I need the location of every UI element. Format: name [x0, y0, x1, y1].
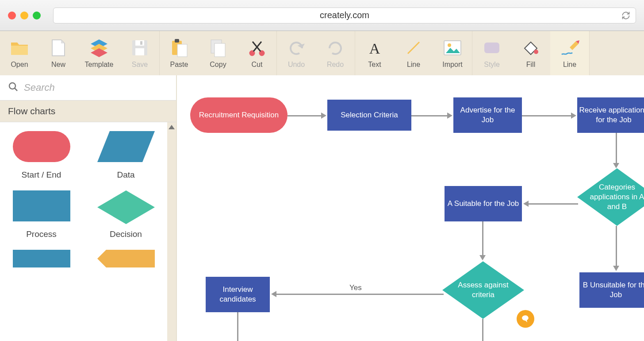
address-bar-url: creately.com — [320, 10, 369, 20]
edge-arrow — [616, 226, 617, 267]
shape-label: Start / End — [22, 170, 61, 180]
import-button[interactable]: Import — [433, 31, 472, 75]
shape-decision[interactable]: Decision — [89, 190, 163, 239]
node-assess[interactable]: Assess against criteria — [442, 261, 524, 319]
folder-icon — [9, 38, 30, 58]
line-tool-button[interactable]: Line — [394, 31, 433, 75]
reload-icon[interactable] — [621, 11, 630, 20]
open-button[interactable]: Open — [0, 31, 39, 75]
svg-marker-19 — [97, 190, 155, 224]
svg-text:A: A — [369, 40, 380, 56]
window-controls — [8, 12, 41, 19]
style-button[interactable]: Style — [472, 31, 511, 75]
arrow-head-icon — [271, 291, 276, 297]
search-input[interactable] — [24, 82, 168, 93]
save-button[interactable]: Save — [120, 31, 159, 75]
process-shape-icon — [13, 190, 70, 221]
arrow-head-icon — [447, 112, 452, 119]
scroll-up-icon — [169, 125, 175, 129]
shape-palette: Start / End Data Process Decision — [0, 122, 167, 341]
tool-label: Line — [563, 61, 576, 69]
shape-label: Data — [117, 170, 134, 180]
text-icon: A — [364, 38, 385, 58]
svg-point-9 — [250, 51, 254, 55]
edge-arrow — [616, 133, 617, 164]
shape-label: Process — [26, 229, 57, 239]
svg-rect-3 — [140, 41, 142, 45]
node-label: A Suitable for the Job — [448, 199, 519, 209]
copy-button[interactable]: Copy — [199, 31, 238, 75]
window-minimize-button[interactable] — [20, 12, 28, 19]
tool-label: Undo — [288, 61, 305, 69]
edge-label-yes: Yes — [349, 283, 362, 292]
svg-marker-18 — [97, 131, 155, 162]
svg-line-12 — [408, 42, 419, 54]
node-advertise[interactable]: Advertise for the Job — [453, 97, 522, 133]
redo-button[interactable]: Redo — [316, 31, 355, 75]
svg-rect-2 — [135, 48, 144, 55]
paste-button[interactable]: Paste — [160, 31, 199, 75]
tool-label: Cut — [252, 61, 263, 69]
node-label: Assess against criteria — [442, 280, 524, 300]
shape-label: Decision — [110, 229, 142, 239]
node-label: Receive applications for the Job — [577, 105, 644, 125]
arrow-head-icon — [321, 112, 326, 119]
new-document-icon — [48, 38, 69, 58]
node-b-unsuitable[interactable]: B Unsuitable for the Job — [579, 272, 644, 308]
edge-arrow — [529, 203, 578, 205]
tool-label: New — [51, 61, 65, 69]
shape-data[interactable]: Data — [89, 131, 163, 180]
edge-arrow — [276, 294, 444, 295]
extra-shape-icon-2 — [97, 250, 155, 267]
svg-rect-6 — [177, 44, 187, 57]
node-label: Advertise for the Job — [453, 105, 522, 125]
line-style-button[interactable]: Line — [550, 31, 589, 75]
diagram-canvas[interactable]: Recruitment Requisition Selection Criter… — [177, 75, 644, 341]
pencil-line-icon — [560, 38, 580, 58]
svg-rect-5 — [175, 39, 179, 43]
scissors-icon — [247, 38, 267, 58]
tool-label: Text — [368, 61, 381, 69]
arrow-head-icon — [479, 255, 486, 260]
node-receive-applications[interactable]: Receive applications for the Job — [577, 97, 644, 133]
tool-label: Redo — [327, 61, 344, 69]
shape-extra-1[interactable] — [4, 250, 78, 267]
undo-icon — [286, 38, 307, 58]
shape-extra-2[interactable] — [89, 250, 163, 267]
text-tool-button[interactable]: A Text — [355, 31, 394, 75]
data-shape-icon — [97, 131, 155, 162]
main-toolbar: Open New Template Save Paste — [0, 31, 644, 75]
palette-scrollbar[interactable] — [167, 122, 176, 341]
edge-arrow — [482, 221, 483, 256]
shape-start-end[interactable]: Start / End — [4, 131, 78, 180]
arrow-head-icon — [613, 163, 619, 168]
tool-label: Style — [484, 61, 500, 69]
new-button[interactable]: New — [39, 31, 78, 75]
undo-button[interactable]: Undo — [277, 31, 316, 75]
shape-category-header[interactable]: Flow charts — [0, 100, 176, 122]
node-label: Recruitment Requisition — [199, 110, 279, 120]
arrow-head-icon — [613, 266, 619, 271]
tool-label: Open — [11, 61, 28, 69]
shapes-sidebar: Flow charts Start / End Data Process — [0, 75, 177, 341]
address-bar[interactable]: creately.com — [53, 8, 636, 23]
paste-icon — [169, 38, 189, 58]
cut-button[interactable]: Cut — [238, 31, 276, 75]
node-interview[interactable]: Interview candidates — [206, 277, 270, 312]
tool-label: Paste — [170, 61, 188, 69]
fill-button[interactable]: Fill — [511, 31, 550, 75]
import-icon — [442, 38, 463, 58]
node-selection-criteria[interactable]: Selection Criteria — [327, 100, 411, 131]
node-recruitment-requisition[interactable]: Recruitment Requisition — [190, 97, 288, 133]
window-close-button[interactable] — [8, 12, 16, 19]
window-zoom-button[interactable] — [33, 12, 41, 19]
save-icon — [130, 38, 150, 58]
node-a-suitable[interactable]: A Suitable for the Job — [445, 186, 522, 221]
extra-shape-icon — [13, 250, 70, 267]
chat-bubble-button[interactable] — [517, 310, 534, 328]
shape-process[interactable]: Process — [4, 190, 78, 239]
node-categories[interactable]: Categories applications in A and B — [577, 168, 644, 226]
shape-category-label: Flow charts — [8, 106, 55, 116]
template-button[interactable]: Template — [78, 31, 120, 75]
tool-label: Line — [407, 61, 420, 69]
